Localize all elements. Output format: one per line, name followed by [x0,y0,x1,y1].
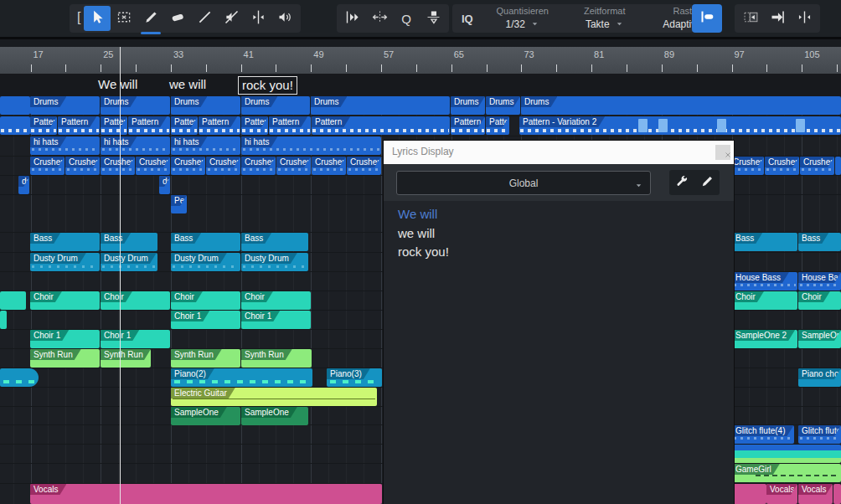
line-tool-button[interactable] [191,6,218,31]
clip-drums[interactable]: Drums [311,96,450,115]
clip-crusher[interactable]: Crusher [241,157,276,175]
clip-crusher[interactable]: Crusher [730,157,764,175]
clip-drums[interactable]: Drums [171,96,240,115]
close-button[interactable] [715,145,730,160]
clip-crusher[interactable]: Crusher [347,157,381,175]
split-tool-button[interactable] [245,6,271,31]
clip-percussion[interactable]: Per [171,195,187,213]
lyrics-scope-dropdown[interactable]: Global [396,171,651,195]
timeline-ruler[interactable]: 1725334149576573818997105 [0,47,841,74]
clip-drums[interactable]: Drums [241,96,310,115]
clip-pattern[interactable]: Pattern [58,116,100,135]
clip-choir[interactable]: Choir [798,291,841,310]
autoscroll-button[interactable] [737,6,764,31]
clip-pattern[interactable]: Pattern [312,116,450,135]
clip-vocals[interactable]: Vocals [798,484,833,504]
snap-toggle-button[interactable] [692,4,722,33]
clip-pattern[interactable]: Pattern [451,116,485,135]
clip-crusher[interactable]: Crusher [312,157,346,175]
clip-vocals[interactable]: Vocals [30,484,382,504]
clip-crusher[interactable]: Crusher [65,157,100,175]
range-tool-button[interactable] [111,6,137,31]
clip-drums[interactable]: Drums [486,96,520,115]
clip-choir[interactable]: Choir [732,291,797,310]
clip-choir-1-upper[interactable]: Choir 1 [241,311,311,329]
clip-sampleone[interactable]: SampleOne [241,407,308,425]
clip-ds[interactable]: ds [18,176,29,194]
quantize-dropdown[interactable]: Quantisieren 1/32 [482,4,564,33]
clip-crusher[interactable]: Crusher [800,157,834,175]
clip-crusher[interactable]: Crusher [206,157,240,175]
locate-end-button[interactable] [764,6,791,31]
clip-pattern[interactable]: Pattern [269,116,311,135]
clip-house-bass[interactable]: House Bass [798,272,841,291]
clip-piano[interactable]: Piano(2) [171,368,312,387]
nudge-right-button[interactable] [339,6,366,31]
clip-drums[interactable]: Drums [451,96,485,115]
clip-pattern[interactable]: Pattern [171,116,198,135]
clip-gamegirl[interactable]: GameGirl [732,464,841,482]
bend-marker-button[interactable] [420,6,446,31]
clip-vocals[interactable] [732,484,766,504]
clip-pattern[interactable]: Pattern [486,116,509,135]
clip-choir[interactable] [0,291,26,310]
clip-sampleone[interactable]: SampleOne [171,407,240,425]
mute-tool-button[interactable] [218,6,245,31]
edit-pencil-button[interactable] [694,170,720,195]
eraser-tool-button[interactable] [164,6,191,31]
clip-pattern[interactable]: Pattern - Variation 2 [519,116,841,135]
clip-vocals[interactable]: Vocals [766,484,797,504]
clip-hi-hats[interactable]: hi hats [101,136,170,155]
paint-tool-button[interactable] [137,6,164,31]
clip-drums[interactable] [0,96,30,115]
clip-choir-1-lower[interactable]: SampleOne 2 [798,330,841,348]
clip-bass[interactable]: Bass [171,233,240,251]
clip-house-bass[interactable]: House Bass [732,272,797,291]
lyric-line[interactable]: we will [398,225,435,242]
nudge-extend-button[interactable] [366,6,393,31]
clip-dusty-drum[interactable]: Dusty Drum [241,253,308,271]
clip-hi-hats[interactable]: hi hats [241,136,381,155]
window-titlebar[interactable]: Lyrics Display [384,141,734,164]
settings-wrench-button[interactable] [669,170,694,195]
clip-crusher[interactable]: Crusher [171,157,205,175]
clip-bass[interactable]: Bass [798,233,841,251]
clip-pattern[interactable]: Pattern [199,116,240,135]
clip-pattern[interactable]: Pattern [30,116,57,135]
clip-pattern[interactable] [0,116,30,135]
clip-choir[interactable]: Choir [30,291,100,310]
lyric-event[interactable]: rock you! [238,76,297,95]
zoom-tool-button[interactable]: Q [393,6,420,31]
clip-piano[interactable]: Piano cho [798,368,841,387]
clip-bass[interactable]: Bass [732,233,797,251]
clip-synth-run[interactable]: Synth Run [171,349,240,368]
clip-choir-1-lower[interactable]: Choir 1 [101,330,170,348]
clip-bass[interactable]: Bass [241,233,308,251]
clip-choir-1-lower[interactable]: SampleOne 2 [732,330,797,348]
clip-choir-1-lower[interactable]: Choir 1 [30,330,100,348]
clip-synth-layers[interactable] [732,445,841,463]
listen-tool-button[interactable] [271,6,298,31]
clip-crusher[interactable] [835,157,841,175]
clip-choir-1-upper[interactable] [0,311,7,329]
clip-pattern[interactable]: Pattern [101,116,127,135]
playhead[interactable] [120,47,121,504]
iq-toggle[interactable]: IQ [455,13,482,25]
clip-glitch-flute[interactable]: Glitch flute(4) [798,425,841,444]
clip-electric-guitar[interactable]: Electric Guitar [171,388,377,406]
clip-dusty-drum[interactable]: Dusty Drum [101,253,157,271]
clip-synth-run[interactable]: Synth Run [30,349,100,368]
clip-drums[interactable]: Drums [30,96,100,115]
clip-choir-1-upper[interactable]: Choir 1 [171,311,240,329]
pointer-tool-button[interactable] [84,6,111,31]
clip-crusher[interactable]: Crusher [30,157,64,175]
clip-vocals[interactable] [833,484,841,504]
clip-crusher[interactable]: Crusher [765,157,799,175]
lyric-event[interactable]: we will [169,76,206,93]
clip-crusher[interactable]: Crusher [101,157,135,175]
clip-glitch-flute[interactable]: Glitch flute(4) [732,425,794,444]
clip-drums[interactable]: Drums [521,96,841,115]
clip-ds[interactable]: ds [159,176,170,194]
lyric-line[interactable]: We will [398,206,437,223]
timeformat-dropdown[interactable]: Zeitformat Takte [564,4,646,33]
